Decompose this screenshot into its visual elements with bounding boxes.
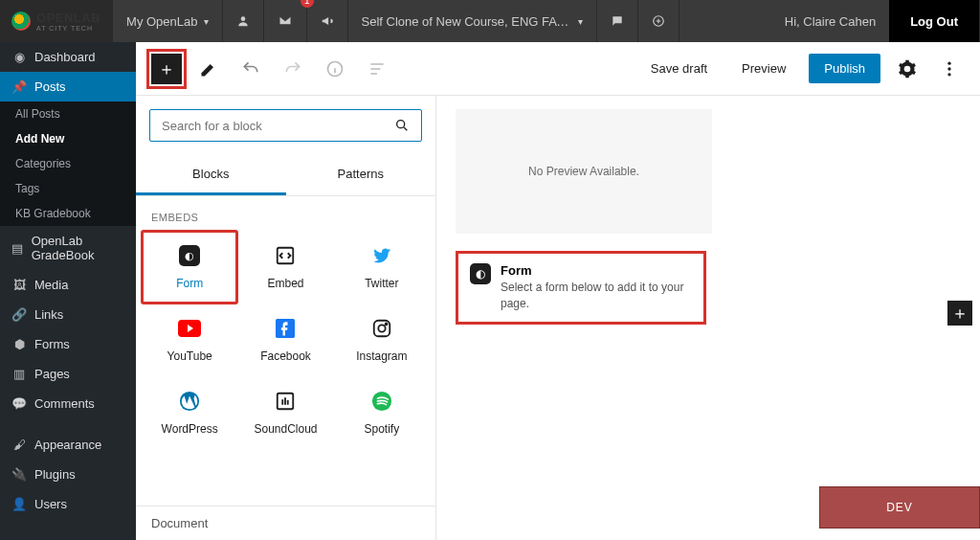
block-label: Spotify (364, 422, 399, 436)
block-label: SoundCloud (254, 422, 317, 436)
admin-sidebar: ◉ Dashboard 📌 Posts All Posts Add New Ca… (0, 42, 136, 540)
greeting[interactable]: Hi, Claire Cahen (771, 0, 889, 42)
more-menu-icon[interactable] (934, 54, 965, 84)
youtube-icon (178, 317, 201, 340)
block-item-embed[interactable]: Embed (237, 231, 333, 304)
sidebar-item-links[interactable]: 🔗 Links (0, 300, 136, 329)
save-draft-button[interactable]: Save draft (639, 54, 719, 83)
svg-point-0 (240, 16, 245, 21)
comments-icon: 💬 (11, 396, 27, 411)
spotify-icon (370, 390, 393, 413)
block-label: WordPress (162, 422, 218, 436)
sidebar-sub-tags[interactable]: Tags (0, 176, 136, 201)
block-item-youtube[interactable]: YouTube (142, 304, 237, 376)
tab-blocks[interactable]: Blocks (136, 155, 286, 195)
add-new-icon[interactable] (638, 0, 679, 42)
link-icon: 🔗 (11, 307, 27, 322)
search-icon (394, 118, 410, 133)
sidebar-item-media[interactable]: 🖼 Media (0, 270, 136, 300)
sidebar-item-appearance[interactable]: 🖌 Appearance (0, 430, 136, 460)
sidebar-item-plugins[interactable]: 🔌 Plugins (0, 460, 136, 489)
preview-button[interactable]: Preview (730, 54, 797, 83)
svg-point-11 (378, 325, 385, 331)
sidebar-item-label: Forms (34, 337, 70, 351)
brand-subtext: AT CITY TECH (36, 25, 100, 32)
twitter-icon (370, 244, 393, 267)
block-search-input[interactable] (162, 119, 394, 133)
info-button[interactable] (320, 54, 350, 84)
my-openlab-menu[interactable]: My OpenLab ▾ (113, 0, 222, 42)
sidebar-sub-add-new[interactable]: Add New (0, 126, 136, 151)
block-label: Form (176, 277, 203, 290)
pin-icon: 📌 (11, 79, 27, 94)
admin-bar: OPENLAB AT CITY TECH My OpenLab ▾ 1 Self… (0, 0, 980, 42)
sidebar-item-label: Media (34, 278, 68, 292)
block-item-wordpress[interactable]: WordPress (142, 376, 237, 449)
form-icon: ◐ (470, 263, 491, 284)
block-inserter-panel: Blocks Patterns Embeds ◐ Form Embed Twit… (136, 96, 436, 540)
form-block-placeholder[interactable]: ◐ Form Select a form below to add it to … (456, 251, 706, 325)
facebook-icon (274, 317, 297, 340)
add-block-floating-button[interactable]: ＋ (947, 301, 972, 326)
embeds-section-label: Embeds (136, 196, 435, 231)
wordpress-icon (178, 390, 201, 413)
undo-button[interactable] (235, 54, 266, 84)
users-icon: 👤 (11, 497, 27, 511)
block-label: Twitter (365, 277, 398, 290)
block-item-spotify[interactable]: Spotify (334, 376, 430, 449)
sidebar-sub-categories[interactable]: Categories (0, 151, 136, 176)
block-search[interactable] (149, 109, 422, 142)
redo-button[interactable] (278, 54, 308, 84)
dev-indicator[interactable]: DEV (819, 486, 980, 529)
sidebar-item-label: Dashboard (34, 50, 96, 64)
site-title-menu[interactable]: Self Clone of New Course, ENG FA 202 ▾ (348, 0, 597, 42)
sidebar-item-label: OpenLab GradeBook (32, 234, 124, 262)
profile-icon[interactable] (223, 0, 264, 42)
svg-point-4 (947, 67, 950, 70)
brand-logo[interactable]: OPENLAB AT CITY TECH (0, 0, 113, 42)
sidebar-item-label: Appearance (34, 438, 101, 452)
settings-gear-icon[interactable] (892, 54, 923, 84)
block-item-instagram[interactable]: Instagram (334, 304, 430, 376)
editor-main: ＋ Save draft Preview Publish (136, 42, 980, 540)
inserter-footer[interactable]: Document (136, 506, 435, 540)
form-callout-title: Form (501, 263, 692, 278)
sidebar-item-comments[interactable]: 💬 Comments (0, 389, 136, 418)
block-item-twitter[interactable]: Twitter (334, 231, 430, 304)
logout-button[interactable]: Log Out (889, 0, 980, 42)
dashboard-icon: ◉ (11, 50, 27, 64)
tab-patterns[interactable]: Patterns (286, 155, 436, 195)
spacer (679, 0, 771, 42)
sidebar-sub-kb-gradebook[interactable]: KB Gradebook (0, 201, 136, 226)
block-inserter-toggle[interactable]: ＋ (151, 54, 182, 84)
block-item-facebook[interactable]: Facebook (237, 304, 333, 376)
no-preview-box: No Preview Available. (456, 109, 712, 234)
media-icon: 🖼 (11, 278, 27, 292)
publish-button[interactable]: Publish (809, 54, 880, 83)
my-openlab-label: My OpenLab (126, 14, 197, 29)
announcements-icon[interactable] (307, 0, 348, 42)
embed-icon (274, 244, 297, 267)
sidebar-item-label: Comments (34, 396, 95, 411)
block-label: Embed (267, 277, 303, 290)
sidebar-item-gradebook[interactable]: ▤ OpenLab GradeBook (0, 226, 136, 270)
sidebar-sub-all-posts[interactable]: All Posts (0, 101, 136, 126)
editor-canvas: ours No Preview Available. ◐ Form Select… (436, 96, 980, 540)
sidebar-item-posts[interactable]: 📌 Posts (0, 72, 136, 101)
svg-point-5 (947, 73, 950, 76)
messages-icon[interactable]: 1 (264, 0, 307, 42)
sidebar-item-pages[interactable]: ▥ Pages (0, 359, 136, 389)
pages-icon: ▥ (11, 367, 27, 381)
block-item-soundcloud[interactable]: SoundCloud (237, 376, 333, 449)
outline-button[interactable] (362, 54, 392, 84)
edit-mode-icon[interactable] (193, 54, 224, 84)
sidebar-item-label: Pages (34, 367, 70, 381)
sidebar-item-forms[interactable]: ⬢ Forms (0, 329, 136, 359)
block-item-form[interactable]: ◐ Form (142, 231, 237, 304)
comments-bubble-icon[interactable] (597, 0, 638, 42)
sidebar-item-users[interactable]: 👤 Users (0, 489, 136, 519)
editor-toolbar: ＋ Save draft Preview Publish (136, 42, 980, 96)
sidebar-item-dashboard[interactable]: ◉ Dashboard (0, 42, 136, 72)
greeting-text: Hi, Claire Cahen (785, 14, 876, 29)
instagram-icon (370, 317, 393, 340)
